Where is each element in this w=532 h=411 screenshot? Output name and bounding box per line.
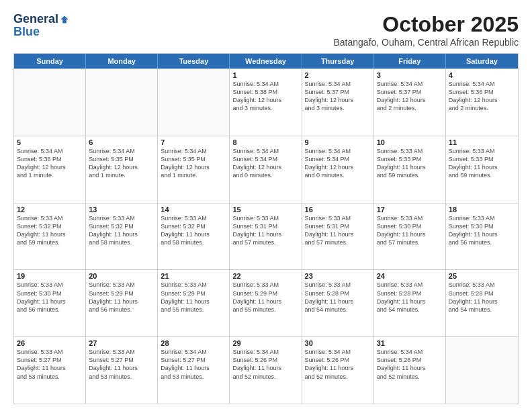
day-info: Sunrise: 5:34 AM Sunset: 5:26 PM Dayligh… xyxy=(377,348,443,381)
day-number: 20 xyxy=(89,272,154,280)
day-info: Sunrise: 5:34 AM Sunset: 5:35 PM Dayligh… xyxy=(161,147,226,180)
day-info: Sunrise: 5:33 AM Sunset: 5:29 PM Dayligh… xyxy=(89,281,154,314)
day-info: Sunrise: 5:33 AM Sunset: 5:32 PM Dayligh… xyxy=(17,214,83,247)
location-title: Batangafo, Ouham, Central African Republ… xyxy=(334,37,519,48)
day-info: Sunrise: 5:33 AM Sunset: 5:32 PM Dayligh… xyxy=(89,214,154,247)
day-number: 10 xyxy=(377,138,443,146)
empty-cell-0-1 xyxy=(86,69,158,136)
calendar-header: Sunday Monday Tuesday Wednesday Thursday… xyxy=(14,54,518,68)
day-number: 4 xyxy=(449,71,515,79)
logo-text: General xyxy=(13,12,69,26)
day-number: 14 xyxy=(161,205,226,214)
day-number: 26 xyxy=(17,339,83,347)
header-sunday: Sunday xyxy=(14,54,86,68)
day-number: 5 xyxy=(17,138,83,146)
day-number: 11 xyxy=(449,138,515,146)
day-9: 9Sunrise: 5:34 AM Sunset: 5:34 PM Daylig… xyxy=(302,136,374,203)
day-info: Sunrise: 5:34 AM Sunset: 5:34 PM Dayligh… xyxy=(305,147,371,180)
day-1: 1Sunrise: 5:34 AM Sunset: 5:38 PM Daylig… xyxy=(230,69,302,136)
day-number: 16 xyxy=(305,205,371,214)
day-number: 12 xyxy=(17,205,83,214)
logo-blue-text: Blue xyxy=(13,25,40,38)
day-number: 15 xyxy=(232,205,298,214)
day-number: 3 xyxy=(377,71,443,79)
day-info: Sunrise: 5:34 AM Sunset: 5:37 PM Dayligh… xyxy=(377,80,443,113)
day-number: 27 xyxy=(89,339,154,347)
header-saturday: Saturday xyxy=(446,54,518,68)
day-number: 25 xyxy=(449,272,515,280)
empty-cell-0-0 xyxy=(14,69,86,136)
day-18: 18Sunrise: 5:33 AM Sunset: 5:30 PM Dayli… xyxy=(446,203,518,270)
day-24: 24Sunrise: 5:33 AM Sunset: 5:28 PM Dayli… xyxy=(374,270,446,336)
day-number: 7 xyxy=(161,138,226,146)
day-14: 14Sunrise: 5:33 AM Sunset: 5:32 PM Dayli… xyxy=(158,203,230,270)
logo-general: General xyxy=(13,12,58,26)
logo: General Blue xyxy=(13,12,69,39)
day-2: 2Sunrise: 5:34 AM Sunset: 5:37 PM Daylig… xyxy=(302,69,374,136)
day-number: 28 xyxy=(161,339,226,347)
day-8: 8Sunrise: 5:34 AM Sunset: 5:34 PM Daylig… xyxy=(230,136,302,203)
day-7: 7Sunrise: 5:34 AM Sunset: 5:35 PM Daylig… xyxy=(158,136,230,203)
day-info: Sunrise: 5:34 AM Sunset: 5:35 PM Dayligh… xyxy=(89,147,154,180)
empty-cell-4-6 xyxy=(446,337,518,404)
header-monday: Monday xyxy=(86,54,158,68)
day-13: 13Sunrise: 5:33 AM Sunset: 5:32 PM Dayli… xyxy=(86,203,158,270)
empty-cell-0-2 xyxy=(158,69,230,136)
day-info: Sunrise: 5:33 AM Sunset: 5:33 PM Dayligh… xyxy=(377,147,443,180)
day-3: 3Sunrise: 5:34 AM Sunset: 5:37 PM Daylig… xyxy=(374,69,446,136)
svg-marker-0 xyxy=(60,15,68,23)
day-number: 31 xyxy=(377,339,443,347)
day-number: 29 xyxy=(232,339,298,347)
header-thursday: Thursday xyxy=(302,54,374,68)
day-number: 24 xyxy=(377,272,443,280)
day-number: 9 xyxy=(305,138,371,146)
calendar-row-1: 1Sunrise: 5:34 AM Sunset: 5:38 PM Daylig… xyxy=(14,68,518,136)
day-17: 17Sunrise: 5:33 AM Sunset: 5:30 PM Dayli… xyxy=(374,203,446,270)
day-15: 15Sunrise: 5:33 AM Sunset: 5:31 PM Dayli… xyxy=(230,203,302,270)
calendar-row-2: 5Sunrise: 5:34 AM Sunset: 5:36 PM Daylig… xyxy=(14,136,518,203)
day-23: 23Sunrise: 5:33 AM Sunset: 5:28 PM Dayli… xyxy=(302,270,374,336)
day-12: 12Sunrise: 5:33 AM Sunset: 5:32 PM Dayli… xyxy=(14,203,86,270)
header: General Blue October 2025 Batangafo, Ouh… xyxy=(13,12,519,48)
header-wednesday: Wednesday xyxy=(230,54,302,68)
day-info: Sunrise: 5:33 AM Sunset: 5:30 PM Dayligh… xyxy=(449,214,515,247)
day-number: 18 xyxy=(449,205,515,214)
day-info: Sunrise: 5:34 AM Sunset: 5:34 PM Dayligh… xyxy=(232,147,298,180)
day-number: 2 xyxy=(305,71,371,79)
day-info: Sunrise: 5:34 AM Sunset: 5:36 PM Dayligh… xyxy=(17,147,83,180)
day-info: Sunrise: 5:33 AM Sunset: 5:27 PM Dayligh… xyxy=(89,348,154,381)
day-info: Sunrise: 5:33 AM Sunset: 5:30 PM Dayligh… xyxy=(17,281,83,314)
day-31: 31Sunrise: 5:34 AM Sunset: 5:26 PM Dayli… xyxy=(374,337,446,404)
header-tuesday: Tuesday xyxy=(158,54,230,68)
day-info: Sunrise: 5:33 AM Sunset: 5:32 PM Dayligh… xyxy=(161,214,226,247)
month-title: October 2025 xyxy=(334,12,519,37)
calendar-row-5: 26Sunrise: 5:33 AM Sunset: 5:27 PM Dayli… xyxy=(14,336,518,404)
logo-icon xyxy=(60,15,69,24)
day-info: Sunrise: 5:34 AM Sunset: 5:26 PM Dayligh… xyxy=(305,348,371,381)
day-21: 21Sunrise: 5:33 AM Sunset: 5:29 PM Dayli… xyxy=(158,270,230,336)
day-info: Sunrise: 5:34 AM Sunset: 5:26 PM Dayligh… xyxy=(232,348,298,381)
day-number: 17 xyxy=(377,205,443,214)
day-info: Sunrise: 5:33 AM Sunset: 5:30 PM Dayligh… xyxy=(377,214,443,247)
day-info: Sunrise: 5:34 AM Sunset: 5:36 PM Dayligh… xyxy=(449,80,515,113)
calendar-body: 1Sunrise: 5:34 AM Sunset: 5:38 PM Daylig… xyxy=(14,68,518,404)
day-22: 22Sunrise: 5:33 AM Sunset: 5:29 PM Dayli… xyxy=(230,270,302,336)
day-6: 6Sunrise: 5:34 AM Sunset: 5:35 PM Daylig… xyxy=(86,136,158,203)
day-info: Sunrise: 5:33 AM Sunset: 5:29 PM Dayligh… xyxy=(161,281,226,314)
title-block: October 2025 Batangafo, Ouham, Central A… xyxy=(334,12,519,48)
header-friday: Friday xyxy=(374,54,446,68)
day-info: Sunrise: 5:34 AM Sunset: 5:27 PM Dayligh… xyxy=(161,348,226,381)
day-number: 23 xyxy=(305,272,371,280)
day-info: Sunrise: 5:33 AM Sunset: 5:27 PM Dayligh… xyxy=(17,348,83,381)
day-number: 8 xyxy=(232,138,298,146)
day-number: 13 xyxy=(89,205,154,214)
day-29: 29Sunrise: 5:34 AM Sunset: 5:26 PM Dayli… xyxy=(230,337,302,404)
day-25: 25Sunrise: 5:33 AM Sunset: 5:28 PM Dayli… xyxy=(446,270,518,336)
day-info: Sunrise: 5:33 AM Sunset: 5:28 PM Dayligh… xyxy=(377,281,443,314)
day-28: 28Sunrise: 5:34 AM Sunset: 5:27 PM Dayli… xyxy=(158,337,230,404)
day-16: 16Sunrise: 5:33 AM Sunset: 5:31 PM Dayli… xyxy=(302,203,374,270)
day-10: 10Sunrise: 5:33 AM Sunset: 5:33 PM Dayli… xyxy=(374,136,446,203)
calendar-row-3: 12Sunrise: 5:33 AM Sunset: 5:32 PM Dayli… xyxy=(14,203,518,270)
calendar: Sunday Monday Tuesday Wednesday Thursday… xyxy=(13,53,519,404)
day-info: Sunrise: 5:33 AM Sunset: 5:31 PM Dayligh… xyxy=(305,214,371,247)
